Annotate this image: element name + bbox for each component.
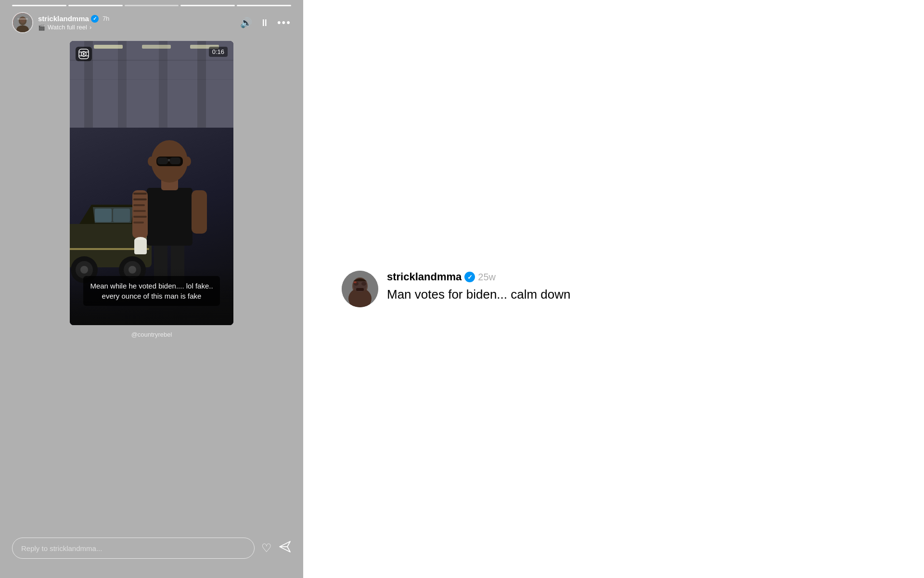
progress-bar-4 (180, 5, 235, 6)
comment-text: Man votes for biden... calm down (387, 286, 571, 303)
story-avatar[interactable] (12, 12, 33, 33)
svg-rect-13 (142, 45, 171, 49)
svg-rect-4 (17, 18, 28, 20)
svg-rect-36 (133, 216, 147, 218)
reply-input[interactable] (12, 538, 255, 559)
watch-reel-text: Watch full reel (48, 24, 87, 31)
svg-point-61 (361, 282, 366, 286)
avatar-image (13, 13, 32, 32)
svg-point-45 (184, 157, 191, 166)
story-time: 7h (103, 15, 109, 22)
svg-rect-16 (95, 209, 112, 222)
story-video[interactable]: 0:16 Mean while he voted biden.... lol f… (70, 41, 233, 325)
story-panel: stricklandmma ✓ 7h 🎬 Watch full reel › 🔊… (0, 0, 303, 578)
svg-rect-42 (157, 158, 168, 164)
comment-content: stricklandmma ✓ 25w Man votes for biden.… (387, 271, 571, 303)
progress-bar-1 (12, 5, 66, 6)
reply-area: ♡ (12, 538, 291, 559)
svg-rect-31 (132, 190, 148, 238)
comment-time: 25w (478, 272, 496, 283)
mute-icon[interactable]: 🔊 (240, 17, 252, 28)
send-icon[interactable] (279, 540, 291, 556)
svg-rect-30 (147, 188, 192, 246)
story-user-info: stricklandmma ✓ 7h 🎬 Watch full reel › (38, 14, 240, 31)
story-attribution: @countryrebel (131, 331, 172, 338)
comment-username: stricklandmma (387, 271, 462, 283)
comment-container: stricklandmma ✓ 25w Man votes for biden.… (342, 271, 571, 307)
comment-panel: stricklandmma ✓ 25w Man votes for biden.… (303, 0, 924, 578)
comment-header: stricklandmma ✓ 25w (387, 271, 571, 283)
svg-rect-12 (94, 45, 123, 49)
svg-rect-34 (133, 204, 145, 206)
svg-rect-43 (170, 158, 180, 164)
reel-badge (76, 47, 92, 61)
reel-icon-svg (78, 49, 89, 59)
story-controls: 🔊 ⏸ ••• (240, 16, 291, 29)
svg-rect-35 (133, 210, 146, 212)
progress-bar-2 (68, 5, 123, 6)
video-timer: 0:16 (209, 47, 228, 57)
svg-rect-48 (134, 240, 147, 254)
progress-bar-5 (237, 5, 291, 6)
svg-rect-44 (168, 159, 170, 161)
comment-avatar[interactable] (342, 271, 378, 307)
story-username: stricklandmma (38, 14, 89, 23)
username-row: stricklandmma ✓ 7h (38, 14, 240, 23)
svg-rect-32 (133, 193, 147, 195)
svg-point-3 (20, 17, 26, 23)
svg-point-46 (148, 157, 154, 166)
svg-rect-9 (197, 41, 206, 128)
watch-reel-row[interactable]: 🎬 Watch full reel › (38, 24, 240, 31)
pause-icon[interactable]: ⏸ (260, 17, 270, 28)
svg-rect-17 (113, 209, 130, 222)
svg-rect-7 (118, 41, 127, 128)
page-container: stricklandmma ✓ 7h 🎬 Watch full reel › 🔊… (0, 0, 924, 578)
reel-icon: 🎬 (38, 24, 45, 31)
svg-rect-8 (159, 41, 167, 128)
send-svg (279, 540, 291, 553)
verified-badge: ✓ (91, 15, 99, 23)
heart-icon[interactable]: ♡ (261, 541, 272, 555)
svg-rect-38 (192, 190, 207, 234)
comment-avatar-svg (342, 271, 378, 307)
watch-reel-chevron: › (90, 24, 91, 31)
comment-verified-badge: ✓ (464, 272, 475, 282)
svg-point-51 (83, 53, 85, 55)
progress-bars (12, 0, 291, 6)
svg-point-62 (354, 281, 357, 283)
caption-text: Mean while he voted biden.... lol fake..… (83, 276, 219, 306)
reply-actions: ♡ (261, 540, 291, 556)
avatar-svg (13, 12, 32, 33)
progress-bar-3 (125, 5, 179, 6)
video-caption: Mean while he voted biden.... lol fake..… (70, 276, 233, 306)
comment-avatar-image (342, 271, 378, 307)
more-icon[interactable]: ••• (277, 16, 291, 29)
svg-rect-63 (356, 288, 364, 291)
story-header: stricklandmma ✓ 7h 🎬 Watch full reel › 🔊… (12, 12, 291, 33)
svg-rect-33 (133, 198, 147, 200)
svg-rect-37 (133, 222, 144, 223)
